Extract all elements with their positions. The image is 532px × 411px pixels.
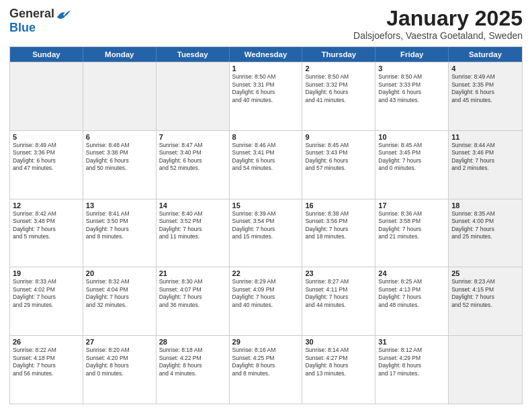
calendar-cell: 25Sunrise: 8:23 AM Sunset: 4:15 PM Dayli… bbox=[449, 267, 522, 335]
calendar-cell: 8Sunrise: 8:46 AM Sunset: 3:41 PM Daylig… bbox=[230, 131, 303, 199]
day-number: 21 bbox=[159, 269, 226, 277]
cell-info: Sunrise: 8:46 AM Sunset: 3:41 PM Dayligh… bbox=[232, 142, 300, 173]
header-cell-monday: Monday bbox=[83, 47, 157, 62]
day-number: 3 bbox=[378, 64, 445, 73]
calendar-cell: 28Sunrise: 8:18 AM Sunset: 4:22 PM Dayli… bbox=[157, 336, 230, 404]
logo-blue-text: Blue bbox=[9, 21, 36, 35]
calendar-cell: 29Sunrise: 8:16 AM Sunset: 4:25 PM Dayli… bbox=[230, 336, 303, 404]
cell-info: Sunrise: 8:50 AM Sunset: 3:33 PM Dayligh… bbox=[378, 73, 445, 104]
day-number: 23 bbox=[305, 269, 372, 277]
day-number: 1 bbox=[232, 64, 300, 73]
day-number: 10 bbox=[378, 133, 445, 141]
cell-info: Sunrise: 8:50 AM Sunset: 3:31 PM Dayligh… bbox=[232, 73, 300, 104]
calendar-cell: 3Sunrise: 8:50 AM Sunset: 3:33 PM Daylig… bbox=[375, 62, 449, 130]
cell-info: Sunrise: 8:35 AM Sunset: 4:00 PM Dayligh… bbox=[451, 210, 519, 241]
calendar-header-row: SundayMondayTuesdayWednesdayThursdayFrid… bbox=[10, 47, 522, 62]
calendar-cell: 19Sunrise: 8:33 AM Sunset: 4:02 PM Dayli… bbox=[10, 267, 83, 335]
day-number: 16 bbox=[305, 201, 372, 210]
cell-info: Sunrise: 8:29 AM Sunset: 4:09 PM Dayligh… bbox=[232, 278, 300, 309]
logo: General Blue bbox=[9, 7, 71, 35]
header-cell-saturday: Saturday bbox=[449, 47, 522, 62]
header-cell-tuesday: Tuesday bbox=[157, 47, 230, 62]
cell-info: Sunrise: 8:33 AM Sunset: 4:02 PM Dayligh… bbox=[13, 278, 80, 309]
calendar-subtitle: Dalsjoefors, Vaestra Goetaland, Sweden bbox=[353, 30, 523, 41]
cell-info: Sunrise: 8:38 AM Sunset: 3:56 PM Dayligh… bbox=[305, 210, 372, 241]
day-number: 13 bbox=[86, 201, 153, 210]
day-number: 31 bbox=[378, 338, 445, 346]
calendar-cell: 1Sunrise: 8:50 AM Sunset: 3:31 PM Daylig… bbox=[230, 62, 303, 130]
day-number: 20 bbox=[86, 269, 153, 277]
day-number: 26 bbox=[13, 338, 80, 346]
day-number: 25 bbox=[451, 269, 519, 277]
cell-info: Sunrise: 8:22 AM Sunset: 4:18 PM Dayligh… bbox=[13, 347, 80, 377]
calendar-body: 1Sunrise: 8:50 AM Sunset: 3:31 PM Daylig… bbox=[10, 62, 522, 404]
calendar-cell: 12Sunrise: 8:42 AM Sunset: 3:48 PM Dayli… bbox=[10, 199, 83, 267]
day-number: 22 bbox=[232, 269, 300, 277]
page: General Blue January 2025 Dalsjoefors, V… bbox=[0, 0, 532, 411]
calendar-cell: 14Sunrise: 8:40 AM Sunset: 3:52 PM Dayli… bbox=[157, 199, 230, 267]
calendar-cell: 15Sunrise: 8:39 AM Sunset: 3:54 PM Dayli… bbox=[230, 199, 303, 267]
cell-info: Sunrise: 8:32 AM Sunset: 4:04 PM Dayligh… bbox=[86, 278, 153, 309]
day-number: 14 bbox=[159, 201, 226, 210]
header-cell-sunday: Sunday bbox=[10, 47, 83, 62]
calendar-cell bbox=[157, 62, 230, 130]
header-cell-wednesday: Wednesday bbox=[230, 47, 303, 62]
cell-info: Sunrise: 8:40 AM Sunset: 3:52 PM Dayligh… bbox=[159, 210, 226, 241]
day-number: 5 bbox=[13, 133, 80, 141]
calendar-cell: 24Sunrise: 8:25 AM Sunset: 4:13 PM Dayli… bbox=[375, 267, 449, 335]
calendar-row-0: 1Sunrise: 8:50 AM Sunset: 3:31 PM Daylig… bbox=[10, 62, 522, 130]
cell-info: Sunrise: 8:49 AM Sunset: 3:36 PM Dayligh… bbox=[13, 142, 80, 173]
cell-info: Sunrise: 8:16 AM Sunset: 4:25 PM Dayligh… bbox=[232, 347, 300, 377]
calendar-title: January 2025 bbox=[353, 7, 523, 30]
cell-info: Sunrise: 8:30 AM Sunset: 4:07 PM Dayligh… bbox=[159, 278, 226, 309]
day-number: 29 bbox=[232, 338, 300, 346]
day-number: 12 bbox=[13, 201, 80, 210]
cell-info: Sunrise: 8:27 AM Sunset: 4:11 PM Dayligh… bbox=[305, 278, 372, 309]
calendar-cell: 7Sunrise: 8:47 AM Sunset: 3:40 PM Daylig… bbox=[157, 131, 230, 199]
calendar-cell: 5Sunrise: 8:49 AM Sunset: 3:36 PM Daylig… bbox=[10, 131, 83, 199]
calendar-cell: 9Sunrise: 8:45 AM Sunset: 3:43 PM Daylig… bbox=[302, 131, 375, 199]
calendar-cell: 10Sunrise: 8:45 AM Sunset: 3:45 PM Dayli… bbox=[375, 131, 449, 199]
calendar-cell: 4Sunrise: 8:49 AM Sunset: 3:35 PM Daylig… bbox=[449, 62, 522, 130]
calendar-cell: 23Sunrise: 8:27 AM Sunset: 4:11 PM Dayli… bbox=[302, 267, 375, 335]
header-cell-thursday: Thursday bbox=[302, 47, 375, 62]
cell-info: Sunrise: 8:14 AM Sunset: 4:27 PM Dayligh… bbox=[305, 347, 372, 377]
cell-info: Sunrise: 8:25 AM Sunset: 4:13 PM Dayligh… bbox=[378, 278, 445, 309]
day-number: 7 bbox=[159, 133, 226, 141]
cell-info: Sunrise: 8:18 AM Sunset: 4:22 PM Dayligh… bbox=[159, 347, 226, 377]
calendar-cell: 17Sunrise: 8:36 AM Sunset: 3:58 PM Dayli… bbox=[375, 199, 449, 267]
calendar-cell: 27Sunrise: 8:20 AM Sunset: 4:20 PM Dayli… bbox=[83, 336, 157, 404]
day-number: 27 bbox=[86, 338, 153, 346]
cell-info: Sunrise: 8:20 AM Sunset: 4:20 PM Dayligh… bbox=[86, 347, 153, 377]
cell-info: Sunrise: 8:44 AM Sunset: 3:46 PM Dayligh… bbox=[451, 142, 519, 173]
day-number: 15 bbox=[232, 201, 300, 210]
day-number: 28 bbox=[159, 338, 226, 346]
day-number: 9 bbox=[305, 133, 372, 141]
calendar-cell bbox=[10, 62, 83, 130]
day-number: 8 bbox=[232, 133, 300, 141]
day-number: 6 bbox=[86, 133, 153, 141]
calendar: SundayMondayTuesdayWednesdayThursdayFrid… bbox=[9, 46, 523, 404]
calendar-cell bbox=[449, 336, 522, 404]
logo-general-text: General bbox=[9, 7, 54, 21]
cell-info: Sunrise: 8:48 AM Sunset: 3:38 PM Dayligh… bbox=[86, 142, 153, 173]
calendar-cell: 2Sunrise: 8:50 AM Sunset: 3:32 PM Daylig… bbox=[302, 62, 375, 130]
header-cell-friday: Friday bbox=[375, 47, 449, 62]
logo-bird-icon bbox=[56, 8, 71, 20]
cell-info: Sunrise: 8:39 AM Sunset: 3:54 PM Dayligh… bbox=[232, 210, 300, 241]
cell-info: Sunrise: 8:23 AM Sunset: 4:15 PM Dayligh… bbox=[451, 278, 519, 309]
calendar-cell: 11Sunrise: 8:44 AM Sunset: 3:46 PM Dayli… bbox=[449, 131, 522, 199]
calendar-cell: 26Sunrise: 8:22 AM Sunset: 4:18 PM Dayli… bbox=[10, 336, 83, 404]
calendar-cell bbox=[83, 62, 157, 130]
cell-info: Sunrise: 8:45 AM Sunset: 3:43 PM Dayligh… bbox=[305, 142, 372, 173]
calendar-cell: 6Sunrise: 8:48 AM Sunset: 3:38 PM Daylig… bbox=[83, 131, 157, 199]
day-number: 4 bbox=[451, 64, 519, 73]
cell-info: Sunrise: 8:47 AM Sunset: 3:40 PM Dayligh… bbox=[159, 142, 226, 173]
day-number: 30 bbox=[305, 338, 372, 346]
calendar-row-1: 5Sunrise: 8:49 AM Sunset: 3:36 PM Daylig… bbox=[10, 130, 522, 199]
calendar-cell: 18Sunrise: 8:35 AM Sunset: 4:00 PM Dayli… bbox=[449, 199, 522, 267]
calendar-cell: 22Sunrise: 8:29 AM Sunset: 4:09 PM Dayli… bbox=[230, 267, 303, 335]
cell-info: Sunrise: 8:36 AM Sunset: 3:58 PM Dayligh… bbox=[378, 210, 445, 241]
cell-info: Sunrise: 8:50 AM Sunset: 3:32 PM Dayligh… bbox=[305, 73, 372, 104]
calendar-cell: 20Sunrise: 8:32 AM Sunset: 4:04 PM Dayli… bbox=[83, 267, 157, 335]
